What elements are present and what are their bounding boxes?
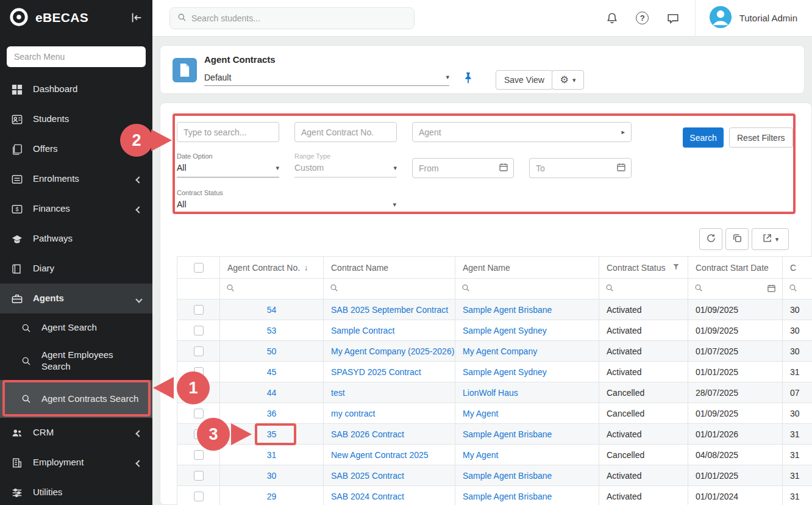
contract-no-link[interactable]: 29	[267, 492, 277, 501]
sidebar-item-utilities[interactable]: Utilities	[0, 478, 152, 505]
table-row: 31 New Agent Contract 2025 My Agent Canc…	[177, 445, 812, 465]
sidebar-collapse-icon[interactable]	[129, 10, 144, 25]
agent-name-link[interactable]: LionWolf Haus	[463, 388, 518, 398]
row-checkbox[interactable]	[194, 450, 204, 460]
header-contract-no[interactable]: Agent Contract No.↓	[220, 257, 324, 279]
brand-name: eBECAS	[35, 10, 123, 25]
agent-name-link[interactable]: My Agent	[463, 450, 498, 460]
menu-search-input[interactable]	[7, 46, 146, 67]
contract-name-link[interactable]: SAB 2025 Contract	[331, 471, 404, 481]
sidebar-item-finances[interactable]: $ Finances	[0, 194, 152, 224]
contract-no-link[interactable]: 53	[267, 326, 277, 335]
agent-name-link[interactable]: Sample Agent Brisbane	[463, 471, 552, 481]
view-settings-button[interactable]: ⚙ ▾	[552, 70, 584, 90]
agent-name-link[interactable]: Sample Agent Brisbane	[463, 305, 552, 315]
export-button[interactable]: ▾	[752, 228, 789, 250]
agent-name-link[interactable]: Sample Agent Sydney	[463, 326, 547, 335]
calendar-icon[interactable]	[499, 162, 508, 174]
search-button[interactable]: Search	[683, 127, 724, 148]
agent-name-link[interactable]: Sample Agent Sydney	[463, 367, 547, 377]
contract-no-link[interactable]: 45	[267, 367, 277, 377]
contract-name-link[interactable]: SAB 2026 Contract	[331, 429, 404, 439]
select-all-checkbox[interactable]	[194, 263, 204, 273]
refresh-button[interactable]	[699, 228, 722, 250]
to-date-field[interactable]	[536, 163, 613, 173]
filter-cell-contract-no[interactable]	[220, 279, 324, 299]
chat-icon[interactable]	[666, 11, 680, 26]
row-checkbox[interactable]	[194, 492, 204, 501]
sidebar-item-pathways[interactable]: Pathways	[0, 224, 152, 254]
contract-name-link[interactable]: test	[331, 388, 345, 398]
agent-contract-no-input[interactable]	[294, 122, 397, 142]
header-contract-status[interactable]: Contract Status	[599, 257, 688, 279]
header-contract-start-date[interactable]: Contract Start Date	[688, 257, 783, 279]
filter-cell-agent-name[interactable]	[455, 279, 599, 299]
save-view-button[interactable]: Save View	[496, 70, 553, 90]
calendar-icon[interactable]	[616, 162, 626, 174]
contract-no-link[interactable]: 36	[267, 409, 277, 418]
sidebar-item-employment[interactable]: Employment	[0, 448, 152, 478]
filter-cell-contract-status[interactable]	[599, 279, 688, 299]
contract-name-link[interactable]: SAB 2025 September Contract	[331, 305, 448, 315]
chevron-down-icon: ▾	[572, 77, 576, 84]
agent-name-link[interactable]: My Agent	[463, 409, 498, 418]
header-contract-name[interactable]: Contract Name	[324, 257, 455, 279]
sort-desc-icon[interactable]: ↓	[304, 263, 308, 272]
sidebar-item-crm[interactable]: CRM	[0, 418, 152, 448]
agent-select[interactable]: Agent ▸	[412, 122, 632, 142]
user-menu[interactable]: Tutorial Admin	[695, 0, 812, 37]
filter-cell-contract-start-date[interactable]	[688, 279, 783, 299]
contract-name-link[interactable]: My Agent Company (2025-2026)	[331, 346, 454, 356]
contract-no-link[interactable]: 35	[267, 429, 277, 439]
contract-no-link[interactable]: 50	[267, 346, 277, 356]
sidebar-item-agent-search[interactable]: Agent Search	[0, 313, 152, 342]
agent-name-link[interactable]: My Agent Company	[463, 346, 537, 356]
agent-name-link[interactable]: Sample Agent Brisbane	[463, 429, 552, 439]
range-type-select[interactable]: Range Type Custom▾	[294, 152, 397, 177]
help-icon[interactable]: ?	[635, 11, 650, 26]
global-search[interactable]	[169, 7, 415, 29]
contract-name-link[interactable]: New Agent Contract 2025	[331, 450, 429, 460]
row-checkbox[interactable]	[194, 326, 204, 335]
contract-no-link[interactable]: 54	[267, 305, 277, 315]
from-date-field[interactable]	[419, 163, 495, 173]
sidebar-item-agent-employees-search[interactable]: Agent Employees Search	[0, 342, 152, 380]
header-agent-name[interactable]: Agent Name	[455, 257, 599, 279]
sidebar-item-diary[interactable]: Diary	[0, 254, 152, 284]
contract-name-link[interactable]: Sample Contract	[331, 326, 394, 335]
agent-name-link[interactable]: Sample Agent Brisbane	[463, 492, 552, 501]
global-search-input[interactable]	[191, 13, 407, 23]
contract-no-cell: 45	[220, 362, 324, 382]
contract-start-date-cell: 28/07/2025	[688, 382, 783, 403]
header-contract-end[interactable]: C	[783, 257, 812, 279]
from-date-input[interactable]	[412, 158, 514, 178]
filter-cell-contract-name[interactable]	[324, 279, 455, 299]
pin-icon[interactable]	[461, 71, 476, 86]
notifications-bell-icon[interactable]	[605, 11, 619, 26]
sidebar-item-agent-contracts-search[interactable]: Agent Contracts Search	[0, 380, 152, 418]
quick-search-input[interactable]	[177, 122, 279, 142]
filter-funnel-icon[interactable]	[672, 262, 680, 273]
sidebar-item-enrolments[interactable]: Enrolments	[0, 164, 152, 194]
filter-cell-contract-end[interactable]	[783, 279, 812, 299]
contract-no-link[interactable]: 30	[267, 471, 277, 481]
contract-no-link[interactable]: 31	[267, 450, 277, 460]
sidebar-item-agents[interactable]: Agents	[0, 284, 152, 313]
calendar-icon[interactable]	[767, 284, 776, 295]
contract-status-select[interactable]: Contract Status All▾	[177, 189, 396, 214]
to-date-input[interactable]	[529, 158, 632, 178]
reset-filters-button[interactable]: Reset Filters	[729, 127, 793, 148]
contract-name-link[interactable]: my contract	[331, 409, 375, 418]
view-select[interactable]: Default ▾	[204, 69, 449, 86]
row-checkbox[interactable]	[194, 305, 204, 315]
date-option-select[interactable]: Date Option All▾	[177, 152, 279, 177]
contract-no-link[interactable]: 44	[267, 388, 277, 398]
row-checkbox[interactable]	[194, 346, 204, 356]
row-checkbox[interactable]	[194, 409, 204, 418]
copy-button[interactable]	[725, 228, 749, 250]
row-checkbox[interactable]	[194, 471, 204, 481]
user-name: Tutorial Admin	[739, 13, 797, 23]
contract-name-link[interactable]: SAB 2024 Contract	[331, 492, 404, 501]
contract-name-link[interactable]: SPASYD 2025 Contract	[331, 367, 421, 377]
sidebar-item-dashboard[interactable]: Dashboard	[0, 74, 152, 104]
